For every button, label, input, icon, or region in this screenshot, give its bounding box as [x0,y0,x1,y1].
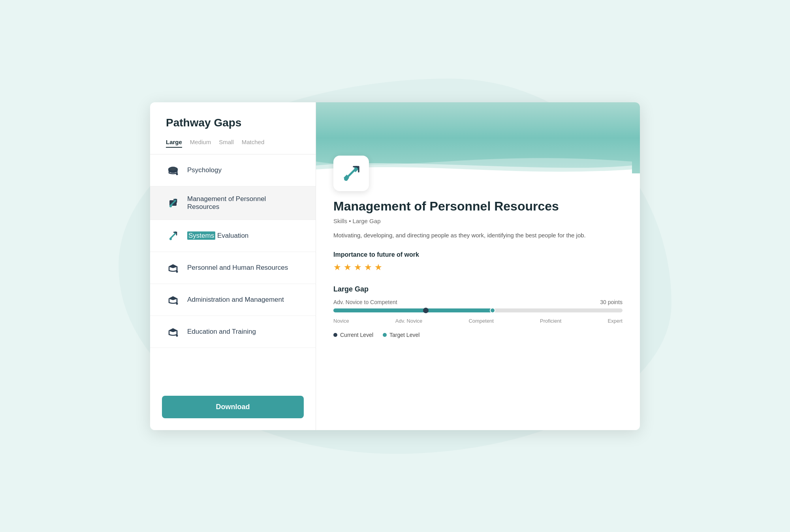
main-container: Pathway Gaps Large Medium Small Matched [150,102,640,430]
importance-label: Importance to future of work [333,251,623,258]
star-3: ★ [354,262,362,273]
wrench-icon [166,196,180,210]
current-level-dot [423,308,429,313]
gap-sublabel: Adv. Novice to Competent [333,299,397,305]
download-button[interactable]: Download [162,396,304,418]
svg-point-15 [176,303,178,305]
tab-matched[interactable]: Matched [242,139,265,148]
svg-line-18 [346,168,356,179]
stars-rating: ★ ★ ★ ★ ★ [333,262,623,273]
svg-point-20 [344,177,348,181]
right-panel: Management of Personnel Resources Skills… [316,102,640,430]
detail-content: Management of Personnel Resources Skills… [316,173,640,350]
list-item[interactable]: Personnel and Human Resources [150,252,316,284]
detail-description: Motivating, developing, and directing pe… [333,231,623,240]
scale-proficient: Proficient [540,318,561,324]
detail-meta: Skills • Large Gap [333,218,623,224]
svg-point-11 [169,238,172,240]
skill-list: Psychology [150,154,316,388]
list-item[interactable]: Systems Evaluation [150,220,316,252]
legend: Current Level Target Level [333,332,623,338]
svg-point-4 [176,173,178,175]
scale-novice: Novice [333,318,349,324]
skill-label: Personnel and Human Resources [187,264,288,272]
svg-point-13 [176,271,178,273]
progress-track [333,308,623,312]
scale-competent: Competent [468,318,494,324]
detail-header [316,102,640,173]
gap-header: Adv. Novice to Competent 30 points [333,299,623,305]
tab-medium[interactable]: Medium [190,139,211,148]
legend-dot-target [383,333,387,337]
wrench-icon [166,229,180,243]
cap-icon [166,261,180,275]
scale-adv-novice: Adv. Novice [395,318,422,324]
panel-title: Pathway Gaps [150,117,316,139]
scale-labels: Novice Adv. Novice Competent Proficient … [333,318,623,324]
tab-small[interactable]: Small [219,139,234,148]
skill-label: Education and Training [187,328,256,336]
list-item[interactable]: Management of Personnel Resources [150,186,316,220]
svg-point-17 [176,335,178,336]
target-level-dot [490,308,495,313]
cap-icon [166,325,180,339]
cap-icon [166,163,180,177]
legend-current: Current Level [333,332,373,338]
legend-current-label: Current Level [340,332,373,338]
list-item[interactable]: Education and Training [150,316,316,348]
star-1: ★ [333,262,341,273]
legend-dot-current [333,333,337,337]
highlight-text: Systems [187,231,215,240]
scale-expert: Expert [608,318,623,324]
gap-section-title: Large Gap [333,285,623,293]
skill-icon-card [333,156,369,191]
skill-label: Psychology [187,166,222,174]
list-item[interactable]: Administration and Management [150,284,316,316]
star-4: ★ [364,262,372,273]
skill-label: Administration and Management [187,296,284,304]
legend-target: Target Level [383,332,419,338]
detail-title: Management of Personnel Resources [333,199,623,214]
legend-target-label: Target Level [389,332,419,338]
left-panel: Pathway Gaps Large Medium Small Matched [150,102,316,430]
gap-points: 30 points [600,299,623,305]
tabs-bar: Large Medium Small Matched [150,139,316,154]
tab-large[interactable]: Large [166,139,182,148]
progress-fill [333,308,493,312]
skill-label: Systems Evaluation [187,232,248,240]
outer-background: Pathway Gaps Large Medium Small Matched [118,79,672,454]
star-2: ★ [344,262,352,273]
svg-point-8 [169,205,172,207]
skill-label: Management of Personnel Resources [187,195,300,211]
cap-icon [166,293,180,307]
list-item[interactable]: Psychology [150,154,316,186]
svg-line-9 [170,233,176,239]
star-5: ★ [374,262,382,273]
